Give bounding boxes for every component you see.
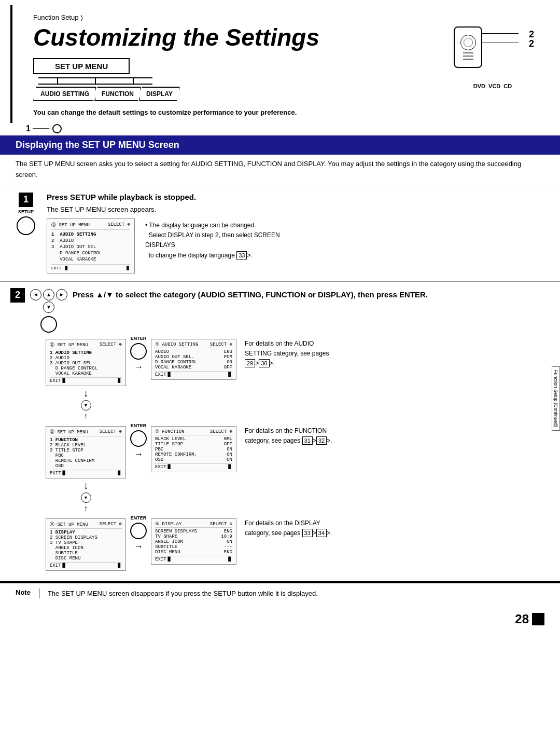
step1-sub-text: The SET UP MENU screen appears. (47, 206, 550, 213)
step2-audio-note: For details on the AUDIO SETTING categor… (241, 339, 339, 369)
device-illustration: 2 2 DVD VCD CD (441, 13, 544, 118)
step2-function-left-screen: ⓪ SET UP MENU SELECT ⊕ 1 FUNCTION 2 BLAC… (46, 426, 126, 478)
tab-audio-setting: AUDIO SETTING (33, 87, 96, 101)
step2-display-note: For details on the DISPLAY category, see… (241, 518, 339, 538)
step2-section: 2 ◄ ▲ ► ▼ Press ▲/▼ to select the catego… (0, 282, 560, 582)
side-tab-label: Function Setup (Continued) (552, 366, 560, 431)
step1-number-col: 1 SETUP (10, 193, 41, 273)
step2-nav-icons: ◄ ▲ ► ▼ (30, 289, 67, 333)
step1-section: 1 SETUP Press SETUP while playback is st… (0, 185, 560, 282)
callout-2b: 2 (529, 38, 534, 49)
tab-display: DISPLAY (139, 87, 180, 101)
down-arrow-icon: ↓ (83, 387, 89, 399)
device-icon (454, 26, 482, 68)
step2-enter-icon (40, 316, 57, 333)
step1-screen-mockup: ⓪ SET UP MENU SELECT ⊕ 1 AUDIO SETTING 2… (47, 218, 135, 273)
step2-audio-left-screen: ⓪ SET UP MENU SELECT ⊕ 1 AUDIO SETTING 2… (46, 339, 126, 386)
section1-header: Displaying the SET UP MENU Screen (0, 135, 560, 155)
step2-display-right-screen: ⑤ DISPLAY SELECT ⊕ SCREEN DISPLAYSENG TV… (151, 518, 236, 565)
step2-function-right-screen: ⑤ FUNCTION SELECT ⊕ BLACK LEVELNML TITLE… (151, 426, 236, 472)
step2-function-left-col: ⓪ SET UP MENU SELECT ⊕ 1 FUNCTION 2 BLAC… (46, 426, 126, 513)
menu-tabs: AUDIO SETTING FUNCTION DISPLAY (33, 87, 430, 101)
disc-labels: DVD VCD CD (473, 83, 512, 89)
step2-audio-left-col: ⓪ SET UP MENU SELECT ⊕ 1 AUDIO SETTING 2… (46, 339, 126, 421)
menu-connector (38, 77, 430, 85)
step1-content: Press SETUP while playback is stopped. T… (47, 193, 550, 273)
callout-1: 1 —— (10, 123, 560, 135)
enter-button-display: ENTER → (130, 518, 147, 550)
step2-display-left-screen: ⓪ SET UP MENU SELECT ⊕ 1 DISPLAY 2 SCREE… (46, 518, 126, 571)
enter-button-audio: ENTER → (130, 339, 147, 370)
enter-button-function: ENTER → (130, 426, 147, 457)
breadcrumb: Function Setup ) (33, 13, 430, 21)
step2-function-row: ⓪ SET UP MENU SELECT ⊕ 1 FUNCTION 2 BLAC… (10, 426, 550, 513)
step2-instruction: Press ▲/▼ to select the category (AUDIO … (73, 288, 550, 299)
step2-number: 2 (10, 288, 25, 303)
note-divider (39, 589, 39, 599)
note-text: The SET UP MENU screen disappears if you… (48, 589, 318, 599)
tab-function: FUNCTION (94, 87, 141, 101)
section-description: The SET UP MENU screen asks you to selec… (0, 155, 560, 185)
intro-text: You can change the default settings to c… (33, 107, 303, 118)
step1-bullet-note: • The display language can be changed. S… (145, 218, 301, 261)
step1-instruction: Press SETUP while playback is stopped. (47, 193, 550, 201)
page-title: Customizing the Settings (33, 24, 430, 51)
step2-function-note: For details on the FUNCTION category, se… (241, 426, 339, 446)
page-number: 28 (0, 604, 560, 635)
step1-number: 1 (19, 193, 33, 207)
step1-setup-icon (17, 216, 35, 235)
setup-menu-box: SET UP MENU (33, 58, 130, 74)
note-section: Note The SET UP MENU screen disappears i… (0, 582, 560, 604)
step1-icon-label: SETUP (18, 209, 34, 214)
step2-audio-row: ⓪ SET UP MENU SELECT ⊕ 1 AUDIO SETTING 2… (10, 339, 550, 421)
step2-header: 2 ◄ ▲ ► ▼ Press ▲/▼ to select the catego… (10, 288, 550, 333)
step2-display-row: ⓪ SET UP MENU SELECT ⊕ 1 DISPLAY 2 SCREE… (10, 518, 550, 571)
down-arrow-icon-2: ↓ (83, 480, 89, 491)
note-label: Note (16, 589, 31, 596)
step2-audio-right-screen: ⑤ AUDIO SETTING SELECT ⊕ AUDIOENG AUDIO … (151, 339, 236, 380)
page-num-square (532, 613, 544, 625)
step2-display-left-col: ⓪ SET UP MENU SELECT ⊕ 1 DISPLAY 2 SCREE… (46, 518, 126, 571)
